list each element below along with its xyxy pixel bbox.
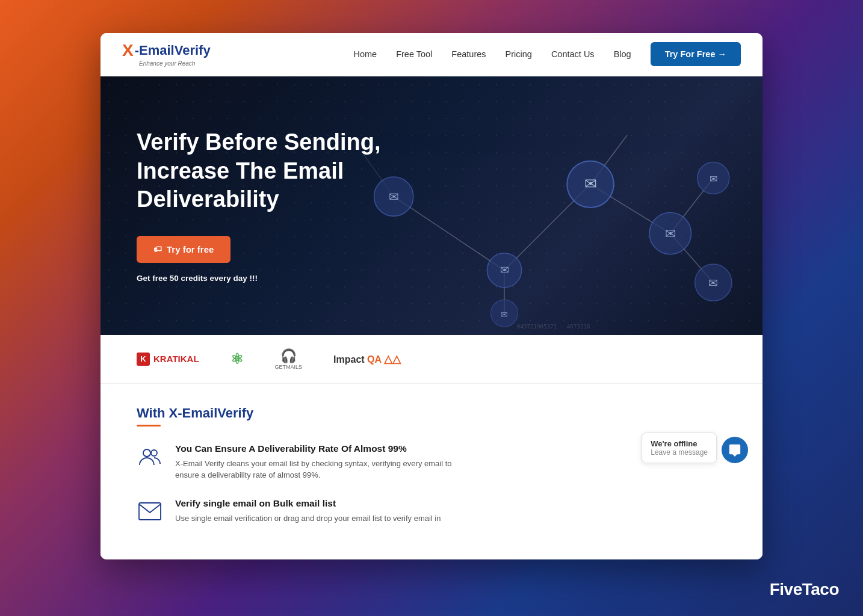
atom-icon: ⚛ [230, 351, 244, 368]
chat-bubble: We're offline Leave a message [642, 433, 717, 463]
svg-text:✉: ✉ [501, 309, 508, 319]
svg-text:✉: ✉ [500, 263, 509, 276]
nav-item-free-tool[interactable]: Free Tool [396, 49, 432, 60]
svg-point-24 [151, 450, 157, 456]
feature-heading-deliverability: You Can Ensure A Deliverability Rate Of … [175, 443, 452, 454]
hero-try-free-button[interactable]: Try for free [137, 236, 230, 263]
getmails-icon: 🎧 [280, 348, 297, 364]
impact-qa: QA [367, 354, 381, 365]
feature-text-deliverability: You Can Ensure A Deliverability Rate Of … [175, 443, 452, 481]
feature-body-single-bulk: Use single email verification or drag an… [175, 513, 441, 525]
logo: X - EmailVerify [122, 42, 211, 59]
getmails-text: GETMAILS [275, 364, 303, 370]
features-title-underline [137, 425, 161, 427]
nav-link-home[interactable]: Home [353, 49, 377, 59]
nav-item-contact[interactable]: Contact Us [551, 49, 595, 60]
hero-sub-text: Get free 50 credits every day !!! [137, 274, 425, 283]
hero-headline: Verify Before Sending, Increase The Emai… [137, 128, 425, 214]
nav-item-features[interactable]: Features [451, 49, 486, 60]
hero-section: ✉ ✉ ✉ ✉ ✉ ✉ ✉ 043721905371 · 4673218 Ver… [101, 76, 762, 335]
feature-item-deliverability: You Can Ensure A Deliverability Rate Of … [137, 443, 726, 481]
feature-heading-single-bulk: Verify single email on Bulk email list [175, 498, 441, 509]
nav-link-pricing[interactable]: Pricing [506, 49, 532, 59]
feature-icon-users [137, 443, 163, 470]
partners-bar: KRATIKAL ⚛ 🎧 GETMAILS Impact QA △△ [101, 335, 762, 384]
fivetaco-brand: FiveTaco [770, 580, 839, 599]
features-title: With X-EmailVerify [137, 405, 726, 421]
logo-x: X [122, 42, 134, 59]
nav-links: Home Free Tool Features Pricing Contact … [353, 49, 631, 60]
partner-kratikal: KRATIKAL [137, 353, 199, 366]
envelope-icon [138, 499, 162, 523]
feature-item-single-bulk: Verify single email on Bulk email list U… [137, 498, 726, 525]
partner-impact: Impact QA △△ [333, 353, 401, 366]
nav-link-free-tool[interactable]: Free Tool [396, 49, 432, 59]
logo-email-verify: EmailVerify [139, 44, 211, 57]
fivetaco-five: Five [770, 580, 802, 599]
hero-content: Verify Before Sending, Increase The Emai… [137, 128, 425, 283]
feature-text-single-bulk: Verify single email on Bulk email list U… [175, 498, 441, 525]
chat-status: We're offline [651, 439, 708, 448]
main-card: X - EmailVerify Enhance your Reach Home … [101, 33, 762, 559]
feature-icon-envelope [137, 498, 163, 525]
partner-atom: ⚛ [230, 351, 244, 368]
svg-text:✉: ✉ [710, 173, 717, 184]
nav-link-contact[interactable]: Contact Us [551, 49, 595, 59]
nav-item-home[interactable]: Home [353, 49, 377, 60]
logo-tagline: Enhance your Reach [139, 60, 195, 67]
navbar: X - EmailVerify Enhance your Reach Home … [101, 33, 762, 76]
logo-area: X - EmailVerify Enhance your Reach [122, 42, 211, 67]
svg-text:043721905371 · 4673218: 043721905371 · 4673218 [517, 323, 590, 330]
nav-link-blog[interactable]: Blog [614, 49, 631, 59]
logo-dash: - [135, 44, 139, 57]
nav-item-pricing[interactable]: Pricing [506, 49, 532, 60]
partner-getmails: 🎧 GETMAILS [275, 348, 303, 370]
features-section: With X-EmailVerify You Can Ensure A Deli… [101, 384, 762, 559]
nav-item-blog[interactable]: Blog [614, 49, 631, 60]
svg-rect-25 [139, 503, 161, 520]
svg-text:✉: ✉ [665, 226, 676, 241]
svg-point-23 [143, 449, 150, 457]
chat-action: Leave a message [651, 448, 708, 457]
nav-link-features[interactable]: Features [451, 49, 486, 59]
impact-icon: △△ [384, 353, 401, 365]
users-icon [138, 445, 162, 469]
fivetaco-taco: Taco [802, 580, 839, 599]
try-for-free-button[interactable]: Try For Free → [651, 42, 741, 66]
chat-icon [728, 443, 741, 457]
chat-open-button[interactable] [722, 437, 748, 463]
chat-widget[interactable]: We're offline Leave a message [642, 433, 748, 463]
svg-text:✉: ✉ [708, 276, 718, 289]
feature-body-deliverability: X-Email Verify cleans your email list by… [175, 458, 452, 481]
svg-text:✉: ✉ [584, 176, 597, 192]
